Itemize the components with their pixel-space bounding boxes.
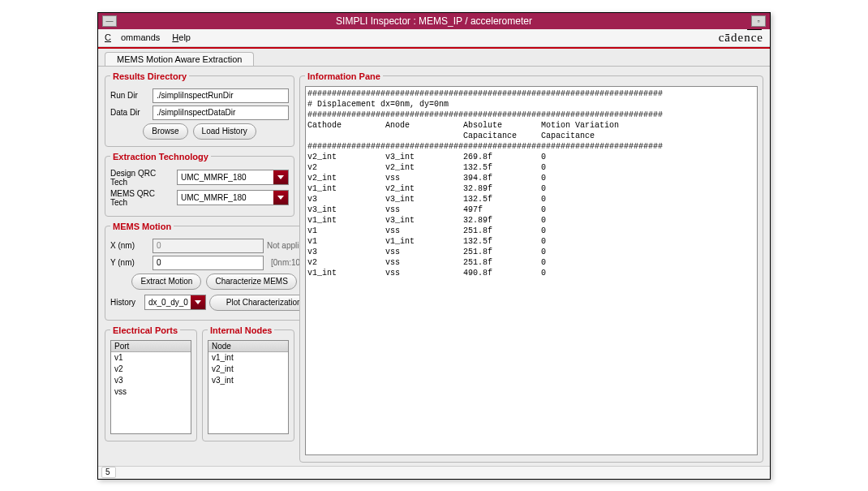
select-mems-qrc[interactable]: UMC_MMRF_180 bbox=[177, 190, 289, 205]
label-data-dir: Data Dir bbox=[110, 108, 149, 117]
select-history-value: dx_0_dy_0 bbox=[148, 298, 188, 307]
tabstrip: MEMS Motion Aware Extraction bbox=[98, 49, 770, 67]
window-menu-button[interactable]: — bbox=[102, 15, 117, 27]
label-y: Y (nm) bbox=[110, 258, 149, 267]
app-window: — SIMPLI Inspector : MEMS_IP / accelerom… bbox=[97, 12, 771, 480]
label-history: History bbox=[110, 298, 141, 307]
label-x: X (nm) bbox=[110, 241, 149, 250]
list-item[interactable]: vss bbox=[111, 386, 191, 398]
select-history[interactable]: dx_0_dy_0 bbox=[144, 295, 206, 310]
group-mems-motion: MEMS Motion X (nm) Not applicable Y (nm)… bbox=[105, 222, 324, 321]
label-design-qrc: Design QRC Tech bbox=[110, 169, 174, 187]
group-results-directory: Results Directory Run Dir Data Dir Brows… bbox=[105, 71, 294, 147]
brand-logo: cādence bbox=[719, 31, 763, 45]
listbox-nodes[interactable]: Node v1_intv2_intv3_int bbox=[208, 340, 289, 434]
list-item[interactable]: v2 bbox=[111, 364, 191, 375]
legend-results-directory: Results Directory bbox=[110, 71, 189, 81]
legend-electrical-ports: Electrical Ports bbox=[110, 325, 180, 335]
chevron-down-icon bbox=[191, 295, 205, 309]
input-y[interactable] bbox=[153, 256, 264, 270]
select-design-qrc[interactable]: UMC_MMRF_180 bbox=[177, 170, 289, 185]
legend-internal-nodes: Internal Nodes bbox=[208, 325, 274, 335]
load-history-button[interactable]: Load History bbox=[193, 123, 256, 140]
input-run-dir[interactable] bbox=[153, 88, 289, 103]
group-extraction-technology: Extraction Technology Design QRC Tech UM… bbox=[105, 152, 294, 217]
list-item[interactable]: v1 bbox=[111, 352, 191, 364]
group-internal-nodes: Internal Nodes Node v1_intv2_intv3_int bbox=[202, 325, 294, 441]
legend-extraction-technology: Extraction Technology bbox=[110, 152, 211, 162]
titlebar: — SIMPLI Inspector : MEMS_IP / accelerom… bbox=[98, 13, 770, 29]
group-electrical-ports: Electrical Ports Port v1v2v3vss bbox=[105, 325, 197, 441]
select-mems-qrc-value: UMC_MMRF_180 bbox=[181, 193, 247, 202]
list-item[interactable]: v2_int bbox=[208, 364, 288, 375]
select-design-qrc-value: UMC_MMRF_180 bbox=[181, 173, 247, 182]
listbox-ports[interactable]: Port v1v2v3vss bbox=[110, 340, 191, 434]
listbox-nodes-header: Node bbox=[208, 341, 288, 352]
extract-motion-button[interactable]: Extract Motion bbox=[131, 273, 201, 290]
legend-information-pane: Information Pane bbox=[305, 71, 383, 81]
statusbar-value: 5 bbox=[101, 467, 116, 478]
statusbar: 5 bbox=[98, 466, 770, 479]
list-item[interactable]: v3 bbox=[111, 375, 191, 386]
tab-mems-extraction[interactable]: MEMS Motion Aware Extraction bbox=[105, 52, 254, 66]
menu-help[interactable]: Help bbox=[172, 32, 191, 42]
label-mems-qrc: MEMS QRC Tech bbox=[110, 189, 174, 207]
browse-button[interactable]: Browse bbox=[143, 123, 187, 140]
label-run-dir: Run Dir bbox=[110, 91, 149, 100]
chevron-down-icon bbox=[273, 191, 288, 205]
listbox-ports-header: Port bbox=[111, 341, 191, 352]
window-maximize-button[interactable]: ▫ bbox=[751, 15, 766, 27]
characterize-mems-button[interactable]: Characterize MEMS bbox=[206, 273, 296, 290]
information-pane-body[interactable]: ########################################… bbox=[305, 86, 758, 455]
input-data-dir[interactable] bbox=[153, 106, 289, 120]
list-item[interactable]: v1_int bbox=[208, 352, 288, 364]
chevron-down-icon bbox=[273, 170, 288, 184]
legend-mems-motion: MEMS Motion bbox=[110, 222, 174, 231]
list-item[interactable]: v3_int bbox=[208, 375, 288, 386]
group-information-pane: Information Pane #######################… bbox=[299, 71, 763, 463]
input-x bbox=[153, 239, 264, 253]
body: Results Directory Run Dir Data Dir Brows… bbox=[98, 67, 770, 466]
menubar: Commands Help cādence bbox=[98, 29, 770, 47]
menu-commands[interactable]: Commands bbox=[105, 32, 160, 42]
window-title: SIMPLI Inspector : MEMS_IP / acceleromet… bbox=[118, 15, 750, 27]
